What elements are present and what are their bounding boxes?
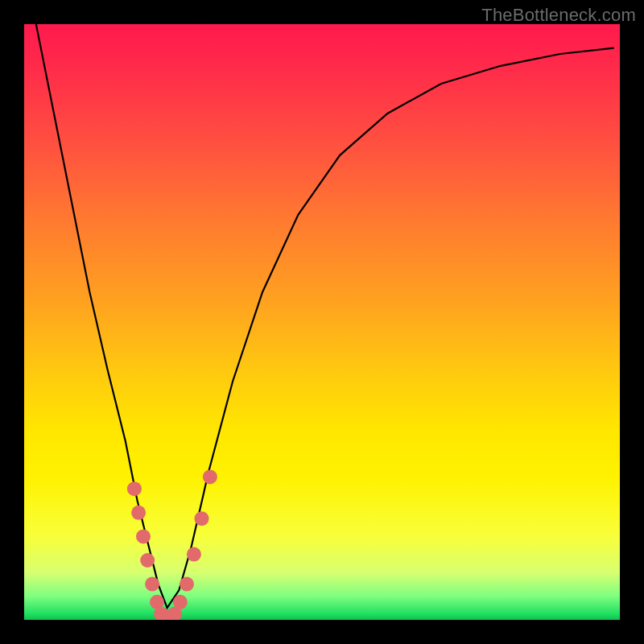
dot-marker <box>173 595 188 609</box>
chart-frame: TheBottleneck.com <box>0 0 644 644</box>
bottleneck-curve-path <box>36 24 614 608</box>
dot-marker <box>136 529 151 543</box>
dot-marker <box>145 577 159 592</box>
bottleneck-plot-svg <box>24 24 620 620</box>
dot-marker <box>140 553 155 568</box>
dot-marker <box>180 577 194 592</box>
dot-marker <box>131 506 146 520</box>
plot-area <box>24 24 620 620</box>
watermark-text: TheBottleneck.com <box>481 5 636 26</box>
dot-marker <box>187 547 201 562</box>
dot-marker <box>127 481 142 496</box>
curve-layer <box>36 24 614 608</box>
dot-marker <box>203 469 217 484</box>
dot-marker <box>195 511 209 526</box>
